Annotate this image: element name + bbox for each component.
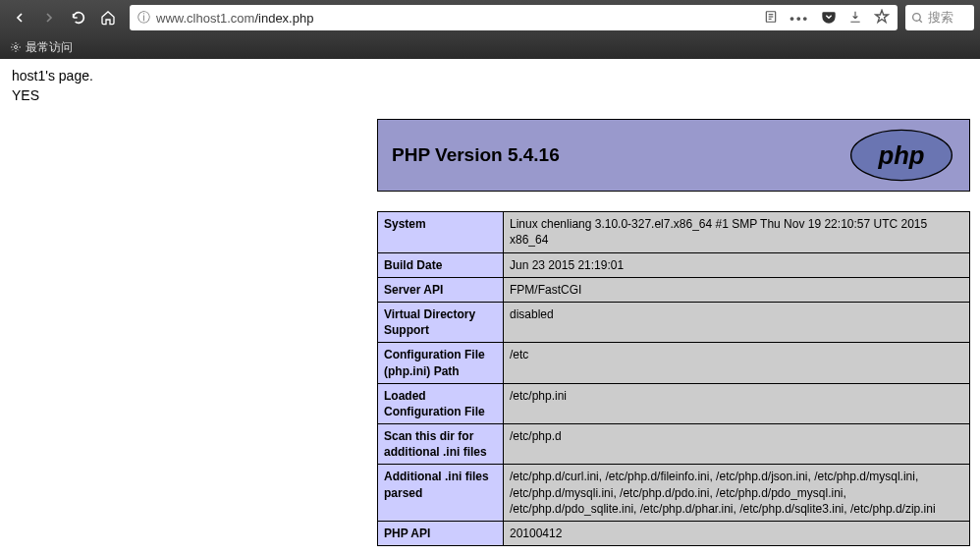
reader-icon[interactable]: [764, 10, 778, 27]
svg-line-5: [919, 20, 922, 23]
table-row: Configuration File (php.ini) Path/etc: [378, 343, 970, 383]
reload-button[interactable]: [65, 4, 92, 31]
page-content: host1's page. YES PHP Version 5.4.16 php…: [0, 59, 980, 546]
search-icon: [911, 12, 924, 25]
phpinfo-title: PHP Version 5.4.16: [392, 144, 560, 166]
phpinfo-table: SystemLinux chenliang 3.10.0-327.el7.x86…: [377, 211, 970, 546]
bookmark-bar: 最常访问: [0, 35, 980, 59]
phpinfo: PHP Version 5.4.16 php SystemLinux chenl…: [377, 119, 970, 546]
bookmark-star-icon[interactable]: [874, 9, 890, 28]
phpinfo-key: System: [378, 212, 504, 252]
phpinfo-value: /etc/php.d: [504, 424, 970, 465]
phpinfo-value: disabled: [504, 302, 970, 342]
phpinfo-value: /etc: [504, 343, 970, 383]
phpinfo-key: Virtual Directory Support: [378, 302, 504, 342]
forward-button[interactable]: [35, 4, 63, 31]
home-button[interactable]: [94, 4, 122, 31]
table-row: Loaded Configuration File/etc/php.ini: [378, 383, 970, 423]
svg-text:php: php: [877, 141, 924, 169]
pocket-icon[interactable]: [821, 9, 837, 28]
phpinfo-key: Scan this dir for additional .ini files: [378, 424, 504, 465]
url-host: www.clhost1.com: [156, 11, 254, 26]
page-line1: host1's page.: [12, 67, 980, 86]
url-text: www.clhost1.com/index.php: [156, 11, 758, 26]
phpinfo-key: PHP API: [378, 522, 504, 546]
phpinfo-header: PHP Version 5.4.16 php: [377, 119, 970, 192]
svg-point-4: [913, 13, 921, 21]
phpinfo-value: Linux chenliang 3.10.0-327.el7.x86_64 #1…: [504, 212, 970, 252]
phpinfo-value: 20100412: [504, 522, 970, 546]
table-row: SystemLinux chenliang 3.10.0-327.el7.x86…: [378, 212, 970, 252]
url-path: /index.php: [254, 11, 313, 26]
table-row: PHP API20100412: [378, 522, 970, 546]
url-bar[interactable]: ⓘ www.clhost1.com/index.php •••: [130, 5, 898, 30]
phpinfo-key: Loaded Configuration File: [378, 383, 504, 423]
bookmark-most-visited[interactable]: 最常访问: [26, 39, 73, 56]
table-row: Build DateJun 23 2015 21:19:01: [378, 252, 970, 277]
search-box[interactable]: 搜索: [905, 5, 974, 30]
phpinfo-value: Jun 23 2015 21:19:01: [504, 252, 970, 277]
phpinfo-key: Server API: [378, 277, 504, 302]
phpinfo-value: FPM/FastCGI: [504, 277, 970, 302]
phpinfo-key: Additional .ini files parsed: [378, 465, 504, 522]
gear-icon: [10, 41, 22, 53]
info-icon[interactable]: ⓘ: [137, 9, 150, 27]
table-row: Server APIFPM/FastCGI: [378, 277, 970, 302]
url-actions: •••: [764, 9, 890, 28]
page-line2: YES: [12, 86, 980, 106]
phpinfo-value: /etc/php.d/curl.ini, /etc/php.d/fileinfo…: [504, 465, 970, 522]
more-icon[interactable]: •••: [789, 11, 809, 26]
phpinfo-value: /etc/php.ini: [504, 383, 970, 423]
back-button[interactable]: [6, 4, 33, 31]
phpinfo-key: Build Date: [378, 252, 504, 277]
search-placeholder: 搜索: [928, 9, 953, 27]
phpinfo-key: Configuration File (php.ini) Path: [378, 343, 504, 383]
svg-point-6: [15, 46, 18, 49]
table-row: Scan this dir for additional .ini files/…: [378, 424, 970, 465]
table-row: Additional .ini files parsed/etc/php.d/c…: [378, 465, 970, 522]
browser-toolbar: ⓘ www.clhost1.com/index.php ••• 搜索: [0, 0, 980, 35]
download-icon[interactable]: [848, 10, 862, 27]
php-logo-icon: php: [847, 128, 955, 183]
table-row: Virtual Directory Supportdisabled: [378, 302, 970, 342]
